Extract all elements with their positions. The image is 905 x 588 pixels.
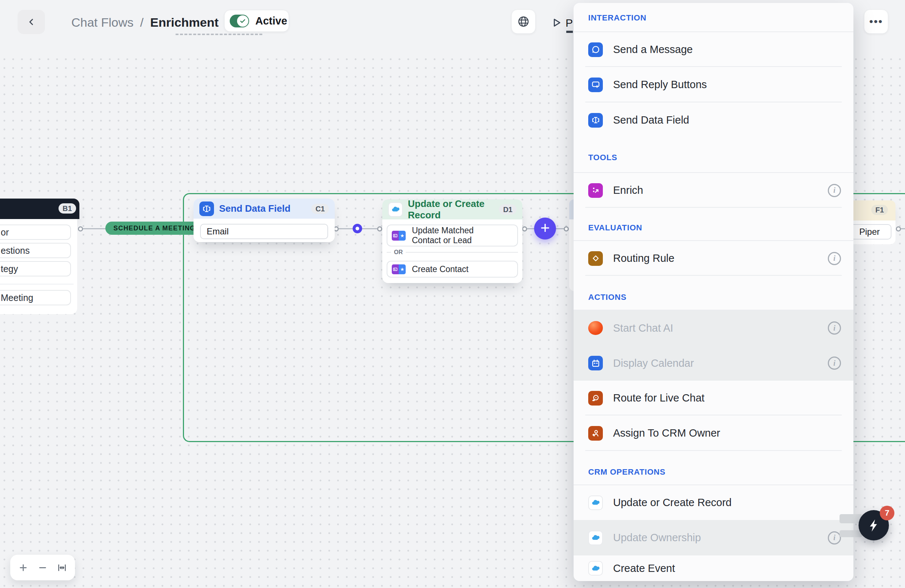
port-b1-out[interactable]: [78, 227, 83, 231]
f1-piper-field[interactable]: Piper: [853, 224, 891, 239]
more-options-button[interactable]: •••: [864, 10, 888, 34]
contact-lead-icon: ★: [392, 265, 406, 274]
d1-or-label: OR: [394, 249, 403, 255]
status-pill: Active: [224, 10, 289, 32]
panel-item-create-event[interactable]: Create Event: [573, 555, 853, 581]
port-d1-in[interactable]: [377, 227, 382, 231]
panel-item-route-for-live-chat[interactable]: Route for Live Chat: [573, 381, 853, 415]
edge-d1-plus: [527, 228, 535, 229]
panel-item-routing-rule[interactable]: Routing Rule i: [573, 241, 853, 276]
node-f1-header[interactable]: F1: [853, 200, 895, 220]
check-icon: [239, 17, 246, 24]
panel-item-label: Send Reply Buttons: [613, 79, 841, 91]
c1-email-field[interactable]: Email: [200, 224, 328, 239]
node-f1-body[interactable]: Piper: [853, 220, 895, 244]
port-d1-out[interactable]: [522, 227, 527, 231]
preview-label-fragment[interactable]: P: [565, 17, 573, 29]
language-globe-button[interactable]: [511, 10, 535, 34]
node-b1-header[interactable]: AI B1: [0, 198, 79, 219]
panel-item-update-or-create-record[interactable]: Update or Create Record: [573, 485, 853, 520]
b1-option-4[interactable]: Meeting: [0, 290, 71, 305]
panel-item-label: Enrich: [613, 184, 828, 197]
panel-item-assign-to-crm-owner[interactable]: Assign To CRM Owner: [573, 415, 853, 451]
zoom-in-icon[interactable]: [18, 563, 28, 573]
crm-owner-icon: [588, 426, 603, 441]
zoom-out-icon[interactable]: [38, 563, 48, 573]
salesforce-cloud-icon: [588, 496, 603, 510]
node-b1-body[interactable]: or estions tegy Meeting: [0, 219, 77, 314]
port-e1-in[interactable]: [564, 227, 569, 231]
b1-divider: [0, 284, 73, 284]
edge-label-schedule-a-meeting[interactable]: SCHEDULE A MEETING: [105, 222, 203, 235]
node-c1-header: Send Data Field C1: [194, 198, 335, 219]
panel-item-enrich[interactable]: Enrich i: [573, 173, 853, 208]
breadcrumb-section[interactable]: Chat Flows: [71, 15, 133, 29]
panel-item-send-a-message[interactable]: Send a Message: [573, 32, 853, 67]
d1-row1-label: Update Matched Contact or Lead: [412, 226, 503, 246]
node-c1-title: Send Data Field: [219, 203, 311, 214]
reply-buttons-icon: [588, 78, 603, 92]
b1-option-2[interactable]: estions: [0, 243, 71, 258]
back-button[interactable]: [17, 10, 45, 34]
node-c1-send-data-field[interactable]: Send Data Field C1 Email: [194, 198, 335, 242]
info-icon[interactable]: i: [828, 252, 841, 265]
edge-waypoint-d1: [361, 228, 377, 229]
data-field-icon: [199, 201, 214, 216]
b1-option-1[interactable]: or: [0, 225, 71, 240]
panel-item-send-reply-buttons[interactable]: Send Reply Buttons: [573, 67, 853, 102]
globe-icon: [517, 15, 530, 28]
panel-item-display-calendar: Display Calendar i: [573, 346, 853, 381]
live-chat-icon: [588, 391, 603, 406]
node-d1-update-or-create-record[interactable]: Update or Create Record D1 ★ Update Matc…: [382, 199, 522, 283]
panel-item-start-chat-ai: Start Chat AI i: [573, 311, 853, 346]
node-f1-badge: F1: [871, 205, 888, 215]
lightning-bolt-icon: [866, 518, 881, 533]
b1-option-2-label: estions: [1, 246, 30, 256]
panel-item-label: Update Ownership: [613, 532, 828, 544]
salesforce-cloud-icon: [388, 202, 403, 217]
chevron-left-icon: [27, 17, 36, 27]
page-title[interactable]: Enrichment: [150, 15, 219, 29]
edge-f1-out: [901, 228, 905, 229]
panel-item-send-data-field[interactable]: Send Data Field: [573, 102, 853, 138]
chat-bubble-icon: [588, 43, 603, 57]
d1-row-update-matched[interactable]: ★ Update Matched Contact or Lead: [387, 225, 518, 246]
fit-to-width-icon[interactable]: [57, 563, 67, 573]
edge-waypoint-handle[interactable]: [352, 224, 362, 233]
data-field-icon: [588, 113, 603, 128]
zoom-controls: [10, 555, 75, 580]
toggle-knob: [237, 15, 248, 27]
info-icon[interactable]: i: [828, 357, 841, 370]
salesforce-cloud-icon: [588, 561, 603, 575]
skeleton-bar: [840, 530, 862, 537]
b1-option-1-label: or: [1, 227, 9, 238]
node-d1-badge: D1: [499, 204, 516, 215]
salesforce-cloud-icon: [588, 531, 603, 545]
edge-plus-e1: [555, 228, 564, 229]
add-node-button[interactable]: +: [534, 217, 556, 239]
panel-item-label: Update or Create Record: [613, 496, 841, 509]
info-icon[interactable]: i: [828, 322, 841, 334]
d1-or-divider: OR: [387, 249, 518, 255]
node-picker-panel: INTERACTION Send a Message Send Reply Bu…: [573, 3, 853, 581]
notification-badge: 7: [880, 506, 894, 520]
edge-b1-label: [83, 228, 106, 229]
edge-c1-waypoint: [339, 228, 353, 229]
c1-field-value: Email: [207, 227, 229, 236]
info-icon[interactable]: i: [828, 184, 841, 197]
port-f1-out[interactable]: [896, 227, 901, 231]
enrich-icon: [588, 183, 603, 198]
d1-row2-label: Create Contact: [412, 265, 468, 274]
section-header-crm-operations: CRM OPERATIONS: [588, 468, 665, 477]
d1-row-create-contact[interactable]: ★ Create Contact: [387, 261, 518, 277]
play-icon[interactable]: [550, 16, 563, 31]
routing-diamond-icon: [588, 251, 603, 266]
b1-option-3[interactable]: tegy: [0, 261, 71, 276]
panel-item-label: Route for Live Chat: [613, 392, 841, 404]
info-icon[interactable]: i: [828, 531, 841, 545]
status-badge: Active: [255, 15, 287, 27]
f1-field-value: Piper: [859, 227, 880, 237]
section-header-interaction: INTERACTION: [588, 13, 646, 23]
active-toggle[interactable]: [230, 14, 249, 27]
b1-option-3-label: tegy: [1, 264, 18, 274]
